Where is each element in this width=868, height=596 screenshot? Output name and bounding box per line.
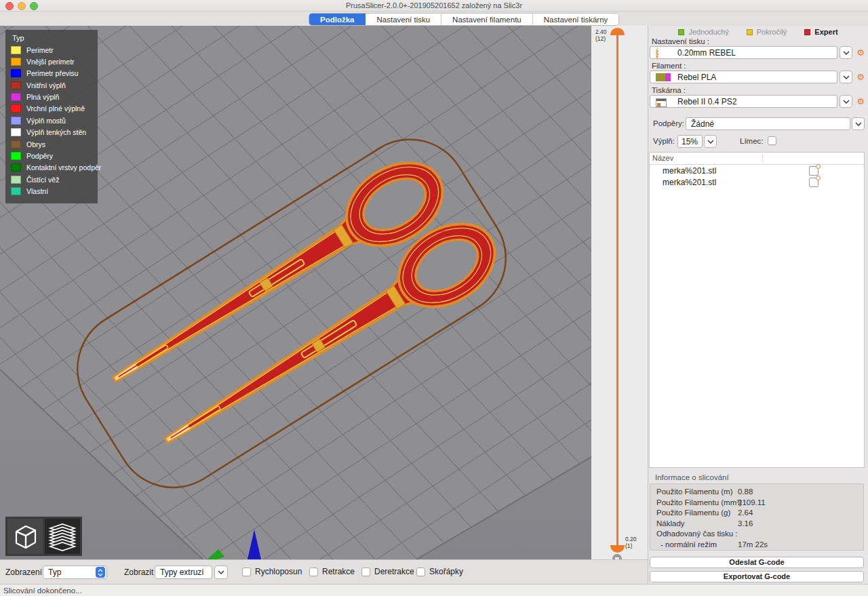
legend-item: Vlastní xyxy=(11,187,98,196)
mode-simple-label: Jednoduchý xyxy=(688,28,728,36)
print-settings-label: Nastavení tisku : xyxy=(652,37,709,45)
layer-slider-track[interactable] xyxy=(616,34,618,547)
object-row[interactable]: merka%201.stl xyxy=(650,176,864,188)
legend-item: Perimetr převisu xyxy=(11,69,98,78)
tab-filament-settings[interactable]: Nastavení filamentu xyxy=(441,14,533,25)
view-toggle-panel xyxy=(5,517,82,556)
info-label: Použito Filamentu (m) xyxy=(656,488,732,496)
preview-toolbar: Zobrazení Typ Zobrazit Typy extruzí Rych… xyxy=(0,559,648,584)
show-dropdown-button[interactable] xyxy=(214,565,228,579)
slider-bottom-labels: 0.20 (1) xyxy=(625,536,637,549)
unretractions-label: Deretrakce xyxy=(374,567,414,576)
shells-label: Skořápky xyxy=(429,567,463,576)
infill-dropdown-button[interactable] xyxy=(704,135,717,148)
object-instances-icon[interactable] xyxy=(809,178,818,187)
info-value: 2109.11 xyxy=(738,498,766,506)
filament-gear-icon[interactable]: ⚙ xyxy=(855,71,866,83)
brim-label: Límec: xyxy=(740,137,764,145)
print-settings-gear-icon[interactable]: ⚙ xyxy=(855,46,866,59)
layer-slider-lower-handle[interactable] xyxy=(610,545,625,553)
tab-print-settings[interactable]: Nastavení tisku xyxy=(366,14,441,25)
chevron-down-icon xyxy=(843,100,850,104)
legend-color-swatch xyxy=(11,187,21,195)
info-value: 0.88 xyxy=(738,488,753,496)
legend-item: Vnější perimetr xyxy=(11,57,98,66)
mode-simple[interactable]: Jednoduchý xyxy=(678,28,728,36)
retractions-checkbox[interactable] xyxy=(309,568,318,576)
unretractions-checkbox[interactable] xyxy=(361,568,370,576)
show-combo[interactable]: Typy extruzí xyxy=(155,565,212,579)
3d-viewport[interactable]: Typ Perimetr Vnější perimetr Perimetr př… xyxy=(0,26,591,559)
printer-dropdown-button[interactable] xyxy=(840,95,852,108)
tab-plater[interactable]: Podložka xyxy=(309,14,366,25)
send-gcode-button[interactable]: Odeslat G-code xyxy=(650,557,864,568)
legend-item-label: Výplň mostů xyxy=(26,117,66,125)
filament-swatch-left xyxy=(656,73,665,81)
infill-combo[interactable]: 15% xyxy=(677,135,703,148)
column-divider xyxy=(762,154,763,162)
filament-dropdown-button[interactable] xyxy=(840,71,852,83)
view-mode-select[interactable]: Typ xyxy=(43,565,107,579)
retractions-checkbox-group: Retrakce xyxy=(309,567,355,576)
supports-combo[interactable]: Žádné xyxy=(686,117,850,130)
info-row: - normální režim 17m 22s xyxy=(656,540,863,551)
filament-combo[interactable]: Rebel PLA xyxy=(650,71,837,83)
layers-preview-button[interactable] xyxy=(45,519,80,554)
cube-icon xyxy=(11,522,39,551)
print-settings-dropdown-button[interactable] xyxy=(840,46,852,59)
legend-color-swatch xyxy=(11,128,21,136)
legend-item-label: Plná výplň xyxy=(26,93,59,101)
estimated-time-label: Odhadovaný čas tisku : xyxy=(656,530,738,538)
printer-label: Tiskárna : xyxy=(652,86,686,94)
chevron-down-icon xyxy=(843,51,850,55)
print-settings-combo[interactable]: 0.20mm REBEL xyxy=(650,46,837,59)
legend-item-label: Perimetr převisu xyxy=(26,69,78,77)
object-row[interactable]: merka%201.stl xyxy=(650,165,864,176)
extrusion-type-legend: Typ Perimetr Vnější perimetr Perimetr př… xyxy=(5,30,98,203)
object-instances-icon[interactable] xyxy=(809,166,818,176)
chevron-down-icon xyxy=(218,570,224,574)
3d-view-button[interactable] xyxy=(7,519,43,554)
slider-top-layer: (12) xyxy=(595,35,607,42)
layer-slider-upper-handle[interactable] xyxy=(610,28,625,35)
object-list[interactable]: Název merka%201.stl merka%201.stl xyxy=(649,152,865,468)
infill-label: Výplň: xyxy=(653,137,675,145)
legend-item: Podpěry xyxy=(11,152,98,161)
tab-segmented-control: Podložka Nastavení tisku Nastavení filam… xyxy=(309,13,619,26)
select-stepper-icon xyxy=(96,567,105,578)
legend-color-swatch xyxy=(11,163,21,172)
legend-item-label: Kontaktní vrstvy podpěr xyxy=(26,163,101,172)
view-mode-value: Typ xyxy=(48,568,61,577)
supports-dropdown-button[interactable] xyxy=(852,117,865,130)
info-label: Použito Filamentu (g) xyxy=(656,509,730,517)
legend-item-label: Čistící věž xyxy=(26,176,59,184)
infill-value: 15% xyxy=(682,137,698,146)
show-label: Zobrazit xyxy=(124,568,153,577)
printer-combo[interactable]: Rebel II 0.4 PS2 xyxy=(650,95,837,108)
mode-simple-icon xyxy=(678,29,684,35)
legend-item-label: Vrchní plné výplně xyxy=(26,104,85,113)
mode-expert[interactable]: Expert xyxy=(804,28,837,36)
info-label: Použito Filamentu (mm³) xyxy=(656,498,742,506)
legend-color-swatch xyxy=(11,58,21,66)
travel-checkbox[interactable] xyxy=(242,568,251,576)
shells-checkbox[interactable] xyxy=(416,568,425,576)
chevron-down-icon xyxy=(843,75,850,79)
legend-item: Perimetr xyxy=(11,45,98,54)
object-name: merka%201.stl xyxy=(663,178,716,187)
legend-color-swatch xyxy=(11,81,21,90)
export-gcode-button[interactable]: Exportovat G-code xyxy=(650,571,864,582)
legend-item-label: Vlastní xyxy=(26,187,48,195)
legend-item-label: Podpěry xyxy=(26,152,53,160)
tab-printer-settings[interactable]: Nastavení tiskárny xyxy=(533,14,619,25)
legend-item: Obrys xyxy=(11,140,98,148)
layer-slider-panel: 2.40 (12) 0.20 (1) xyxy=(591,26,648,559)
mode-expert-icon xyxy=(804,29,810,35)
brim-checkbox[interactable] xyxy=(768,136,776,145)
object-list-header: Název xyxy=(650,153,864,165)
slicing-info-box: Použito Filamentu (m) 0.88 Použito Filam… xyxy=(650,483,864,551)
show-value: Typy extruzí xyxy=(160,568,204,577)
mode-advanced[interactable]: Pokročilý xyxy=(747,28,787,36)
filament-label: Filament : xyxy=(652,62,686,70)
printer-gear-icon[interactable]: ⚙ xyxy=(855,95,866,108)
